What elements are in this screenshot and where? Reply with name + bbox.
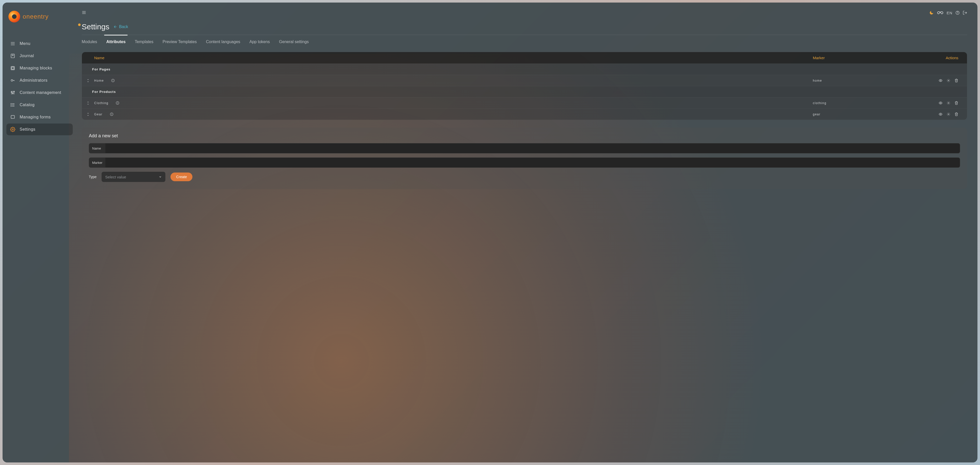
sidebar-item-label: Managing blocks: [20, 66, 52, 70]
tab-templates[interactable]: Templates: [135, 35, 153, 48]
topbar-actions: EN: [929, 10, 967, 15]
info-icon[interactable]: [116, 101, 119, 105]
key-icon: [10, 78, 16, 83]
logout-icon[interactable]: [963, 10, 967, 15]
drag-handle-icon[interactable]: [82, 79, 94, 83]
chevron-down-icon: [159, 175, 162, 178]
info-icon[interactable]: [111, 79, 115, 83]
status-dot-icon: [78, 24, 81, 26]
svg-point-37: [948, 80, 949, 81]
tab-app-tokens[interactable]: App tokens: [249, 35, 270, 48]
svg-point-21: [11, 105, 11, 105]
add-set-form: Add a new set Name Marker Type Select va…: [82, 127, 967, 189]
form-title: Add a new set: [89, 133, 960, 139]
marker-field-row: Marker: [89, 158, 960, 168]
tab-modules[interactable]: Modules: [82, 35, 97, 48]
help-icon[interactable]: [956, 11, 959, 15]
back-link-label: Back: [119, 24, 128, 29]
type-select-placeholder: Select value: [105, 175, 126, 179]
settings-icon[interactable]: [947, 112, 950, 116]
blocks-icon: [10, 65, 16, 71]
view-icon[interactable]: [939, 112, 942, 116]
drag-handle-icon[interactable]: [82, 113, 94, 116]
table-group: For Products: [82, 86, 967, 97]
sidebar-item-label: Content management: [20, 90, 61, 95]
th-marker: Marker: [813, 56, 920, 60]
tab-general-settings[interactable]: General settings: [279, 35, 309, 48]
sidebar-item-label: Settings: [20, 127, 35, 132]
delete-icon[interactable]: [955, 79, 958, 83]
svg-point-25: [12, 129, 14, 130]
th-name: Name: [94, 56, 813, 60]
svg-point-16: [14, 91, 14, 92]
info-icon[interactable]: [110, 112, 114, 116]
svg-point-14: [11, 92, 12, 92]
infinity-icon[interactable]: [937, 10, 943, 15]
tab-attributes[interactable]: Attributes: [106, 35, 126, 48]
arrow-left-icon: [113, 25, 118, 29]
create-button[interactable]: Create: [170, 172, 192, 181]
sliders-icon: [10, 90, 16, 96]
sidebar-item-label: Journal: [20, 54, 34, 58]
svg-point-8: [11, 80, 13, 81]
delete-icon[interactable]: [955, 112, 958, 116]
sidebar: oneentry Menu Journal Managing blocks: [3, 3, 76, 462]
tabs: Modules Attributes Templates Preview Tem…: [82, 35, 967, 48]
sidebar-item-administrators[interactable]: Administrators: [6, 75, 73, 86]
settings-icon[interactable]: [947, 101, 950, 105]
logo-text: oneentry: [23, 13, 48, 20]
language-selector[interactable]: EN: [947, 11, 953, 15]
sidebar-nav: Menu Journal Managing blocks Administrat…: [6, 38, 73, 135]
svg-rect-23: [11, 115, 14, 118]
sidebar-item-menu[interactable]: Menu: [6, 38, 73, 49]
svg-point-41: [940, 103, 941, 104]
menu-lines-icon: [10, 41, 16, 46]
sidebar-item-forms[interactable]: Managing forms: [6, 111, 73, 123]
view-icon[interactable]: [939, 101, 942, 105]
table-row: Home home: [82, 75, 967, 86]
tab-preview-templates[interactable]: Preview Templates: [162, 35, 197, 48]
page-title: Settings: [82, 22, 109, 31]
sidebar-item-journal[interactable]: Journal: [6, 50, 73, 62]
sidebar-item-label: Administrators: [20, 78, 48, 83]
row-name: Clothing: [94, 101, 108, 105]
svg-point-42: [948, 103, 949, 104]
svg-rect-7: [12, 67, 14, 69]
main-content: EN Settings Back Modules Attributes Temp…: [76, 3, 977, 462]
sidebar-item-content-management[interactable]: Content management: [6, 87, 73, 99]
table-group: For Pages: [82, 64, 967, 75]
gear-icon: [10, 127, 16, 132]
back-link[interactable]: Back: [113, 24, 128, 29]
sidebar-item-blocks[interactable]: Managing blocks: [6, 62, 73, 74]
row-name: Home: [94, 79, 104, 83]
sidebar-item-label: Catalog: [20, 103, 35, 107]
name-input[interactable]: [105, 143, 960, 153]
drag-handle-icon[interactable]: [82, 101, 94, 105]
attributes-table: Name Marker Actions For Pages Home home: [82, 52, 967, 120]
row-marker: gear: [813, 113, 920, 116]
marker-input[interactable]: [105, 158, 960, 167]
sidebar-item-settings[interactable]: Settings: [6, 124, 73, 135]
svg-point-36: [940, 80, 941, 81]
sidebar-item-label: Managing forms: [20, 115, 51, 119]
sidebar-item-catalog[interactable]: Catalog: [6, 99, 73, 111]
svg-point-20: [11, 104, 11, 104]
form-icon: [10, 114, 16, 120]
settings-icon[interactable]: [947, 79, 950, 83]
marker-label: Marker: [89, 158, 105, 167]
svg-point-47: [948, 114, 949, 115]
sidebar-toggle-icon[interactable]: [82, 10, 86, 16]
delete-icon[interactable]: [955, 101, 958, 105]
view-icon[interactable]: [939, 79, 942, 83]
svg-point-22: [11, 106, 11, 107]
th-actions: Actions: [920, 56, 961, 60]
type-select[interactable]: Select value: [102, 172, 165, 182]
name-field-row: Name: [89, 143, 960, 153]
row-name: Gear: [94, 113, 103, 116]
type-label: Type: [89, 175, 97, 179]
logo[interactable]: oneentry: [6, 8, 73, 30]
svg-point-46: [940, 114, 941, 115]
list-icon: [10, 102, 16, 108]
moon-icon[interactable]: [929, 10, 934, 15]
tab-content-languages[interactable]: Content languages: [206, 35, 240, 48]
